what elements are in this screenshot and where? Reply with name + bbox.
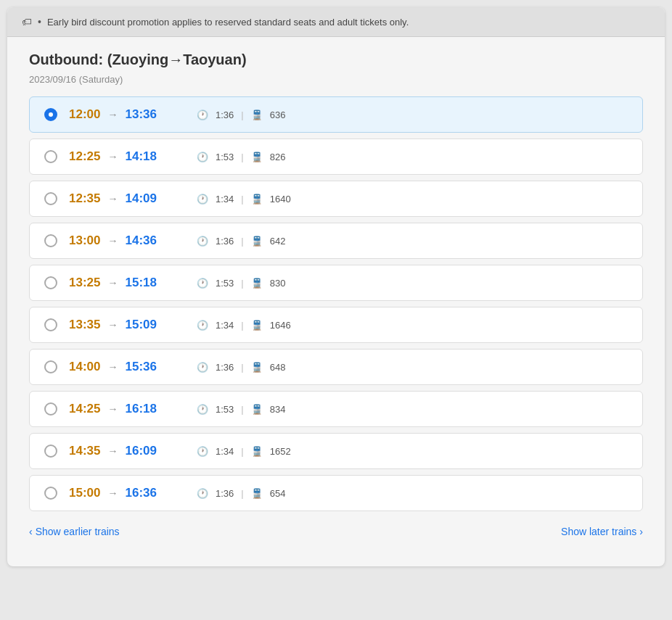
- arrive-time: 15:09: [125, 318, 156, 332]
- tag-icon: 🏷: [22, 16, 32, 28]
- arrow-icon: →: [107, 487, 118, 499]
- separator: |: [241, 404, 243, 415]
- depart-time: 14:00: [69, 360, 100, 374]
- train-icon: 🚆: [251, 194, 263, 204]
- clock-icon: 🕐: [197, 278, 208, 289]
- arrive-time: 16:18: [125, 402, 156, 416]
- duration: 1:36: [216, 236, 234, 247]
- train-details: 🕐 1:36 | 🚆 642: [197, 236, 285, 247]
- train-icon: 🚆: [251, 236, 263, 247]
- duration: 1:36: [216, 362, 234, 373]
- arrow-icon: →: [107, 109, 118, 120]
- train-times: 14:00 → 15:36: [69, 360, 185, 374]
- arrow-icon: →: [107, 151, 118, 162]
- train-number: 830: [270, 278, 286, 289]
- arrive-time: 14:18: [125, 149, 156, 164]
- date-label: 2023/09/16 (Saturday): [29, 74, 643, 85]
- train-row[interactable]: 14:00 → 15:36 🕐 1:36 | 🚆 648: [29, 349, 643, 385]
- train-times: 12:25 → 14:18: [69, 149, 185, 164]
- train-details: 🕐 1:34 | 🚆 1640: [197, 194, 291, 204]
- main-content: Outbound: (Zuoying→Taoyuan) 2023/09/16 (…: [7, 37, 665, 552]
- arrow-icon: →: [107, 277, 118, 289]
- show-earlier-button[interactable]: ‹ Show earlier trains: [29, 526, 120, 537]
- train-times: 12:35 → 14:09: [69, 191, 185, 206]
- train-row[interactable]: 14:35 → 16:09 🕐 1:34 | 🚆 1652: [29, 433, 643, 469]
- train-row[interactable]: 13:35 → 15:09 🕐 1:34 | 🚆 1646: [29, 307, 643, 343]
- duration: 1:53: [216, 152, 234, 162]
- train-icon: 🚆: [251, 109, 263, 120]
- promo-text: Early bird discount promotion applies to…: [47, 17, 409, 28]
- main-container: 🏷 • Early bird discount promotion applie…: [7, 7, 665, 566]
- show-later-label: Show later trains: [561, 526, 636, 537]
- separator: |: [241, 362, 243, 373]
- train-row[interactable]: 13:00 → 14:36 🕐 1:36 | 🚆 642: [29, 223, 643, 259]
- train-icon: 🚆: [251, 404, 263, 415]
- train-row[interactable]: 13:25 → 15:18 🕐 1:53 | 🚆 830: [29, 265, 643, 301]
- clock-icon: 🕐: [197, 236, 208, 247]
- train-row[interactable]: 12:00 → 13:36 🕐 1:36 | 🚆 636: [29, 96, 643, 133]
- radio-button[interactable]: [44, 445, 57, 458]
- depart-time: 12:00: [69, 107, 100, 122]
- radio-button[interactable]: [44, 108, 57, 121]
- train-number: 636: [270, 109, 286, 120]
- duration: 1:53: [216, 278, 234, 289]
- depart-time: 14:35: [69, 444, 100, 458]
- train-row[interactable]: 15:00 → 16:36 🕐 1:36 | 🚆 654: [29, 475, 643, 511]
- train-number: 642: [270, 236, 286, 247]
- clock-icon: 🕐: [197, 488, 208, 499]
- depart-time: 12:35: [69, 191, 100, 206]
- show-later-button[interactable]: Show later trains ›: [561, 526, 643, 537]
- chevron-right-icon: ›: [639, 526, 643, 537]
- train-icon: 🚆: [251, 488, 263, 499]
- radio-button[interactable]: [44, 234, 57, 247]
- train-row[interactable]: 12:35 → 14:09 🕐 1:34 | 🚆 1640: [29, 181, 643, 217]
- radio-button[interactable]: [44, 276, 57, 289]
- radio-button[interactable]: [44, 402, 57, 416]
- train-times: 14:25 → 16:18: [69, 402, 185, 416]
- train-times: 15:00 → 16:36: [69, 486, 185, 500]
- clock-icon: 🕐: [197, 362, 208, 373]
- train-number: 1646: [270, 320, 291, 331]
- depart-time: 15:00: [69, 486, 100, 500]
- train-details: 🕐 1:53 | 🚆 834: [197, 404, 285, 415]
- depart-time: 14:25: [69, 402, 100, 416]
- separator: |: [241, 194, 243, 204]
- arrive-time: 13:36: [125, 107, 156, 122]
- radio-button[interactable]: [44, 150, 57, 163]
- clock-icon: 🕐: [197, 152, 208, 162]
- train-times: 13:00 → 14:36: [69, 233, 185, 248]
- radio-button[interactable]: [44, 360, 57, 373]
- train-details: 🕐 1:36 | 🚆 636: [197, 109, 285, 120]
- footer-nav: ‹ Show earlier trains Show later trains …: [29, 514, 643, 537]
- train-row[interactable]: 14:25 → 16:18 🕐 1:53 | 🚆 834: [29, 391, 643, 427]
- train-times: 13:35 → 15:09: [69, 318, 185, 332]
- duration: 1:36: [216, 488, 234, 499]
- train-details: 🕐 1:36 | 🚆 654: [197, 488, 285, 499]
- duration: 1:34: [216, 194, 234, 204]
- depart-time: 13:35: [69, 318, 100, 332]
- train-number: 1640: [270, 194, 291, 204]
- separator: |: [241, 109, 243, 120]
- train-icon: 🚆: [251, 278, 263, 289]
- separator: |: [241, 446, 243, 457]
- duration: 1:34: [216, 446, 234, 457]
- train-times: 13:25 → 15:18: [69, 276, 185, 290]
- train-details: 🕐 1:53 | 🚆 830: [197, 278, 285, 289]
- radio-button[interactable]: [44, 487, 57, 500]
- arrow-icon: →: [107, 319, 118, 331]
- show-earlier-label: Show earlier trains: [36, 526, 120, 537]
- duration: 1:36: [216, 109, 234, 120]
- separator: |: [241, 488, 243, 499]
- train-row[interactable]: 12:25 → 14:18 🕐 1:53 | 🚆 826: [29, 139, 643, 175]
- arrive-time: 16:09: [125, 444, 156, 458]
- separator: |: [241, 152, 243, 162]
- arrive-time: 15:18: [125, 276, 156, 290]
- radio-button[interactable]: [44, 192, 57, 205]
- train-number: 1652: [270, 446, 291, 457]
- clock-icon: 🕐: [197, 446, 208, 457]
- train-icon: 🚆: [251, 320, 263, 331]
- arrow-icon: →: [107, 403, 118, 415]
- separator: |: [241, 278, 243, 289]
- radio-button[interactable]: [44, 318, 57, 331]
- depart-time: 12:25: [69, 149, 100, 164]
